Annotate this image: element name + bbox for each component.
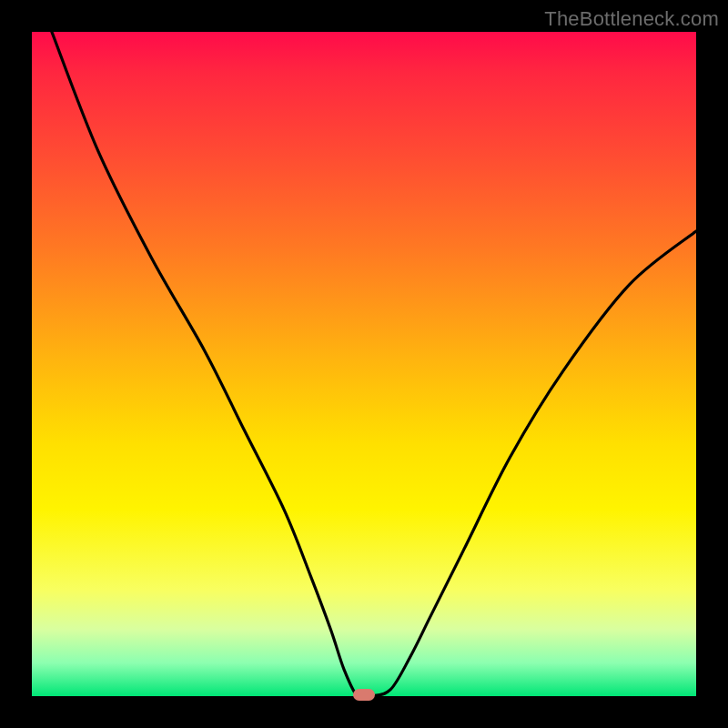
- watermark-text: TheBottleneck.com: [544, 7, 719, 31]
- plot-area: [32, 32, 696, 696]
- optimal-marker: [353, 689, 375, 701]
- chart-frame: TheBottleneck.com: [0, 0, 728, 728]
- bottleneck-curve: [32, 32, 696, 696]
